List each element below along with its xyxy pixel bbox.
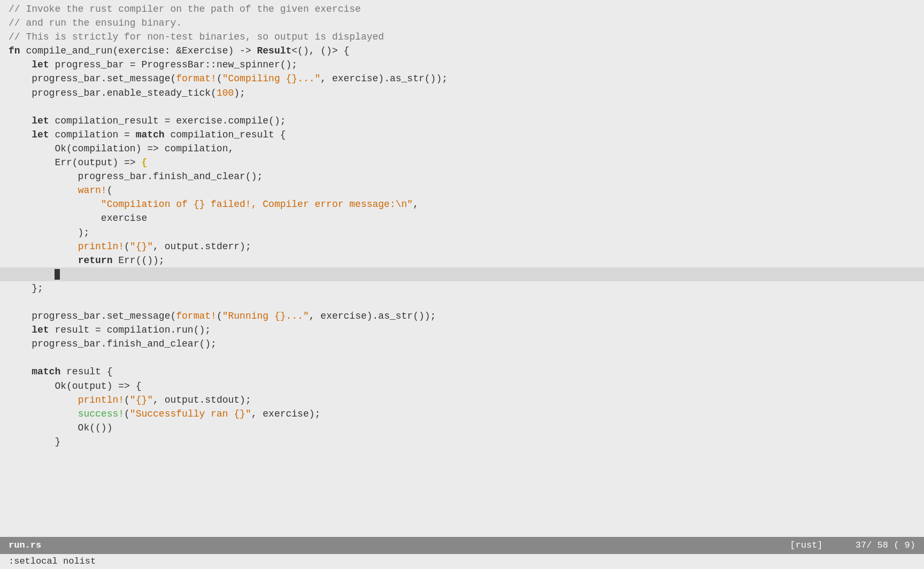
code-line: return Err(()); <box>0 253 924 267</box>
code-line: let result = compilation.run(); <box>0 323 924 337</box>
code-line: // run.rsand run the ensuing binary. <box>0 16 924 30</box>
code-line: progress_bar.enable_steady_tick(100); <box>0 86 924 100</box>
code-line: let compilation_result = exercise.compil… <box>0 114 924 128</box>
code-area[interactable]: // Invoke the rust compiler on the path … <box>0 0 924 537</box>
code-line: progress_bar.set_message(format!("Compil… <box>0 72 924 86</box>
code-line <box>0 295 924 309</box>
code-line: let compilation = match compilation_resu… <box>0 128 924 142</box>
code-line: match result { <box>0 365 924 379</box>
code-line: exercise <box>0 211 924 225</box>
statusbar-filename: run.rs <box>9 539 41 552</box>
code-line: // Invoke the rust compiler on the path … <box>0 2 924 16</box>
code-line <box>0 449 924 463</box>
code-line: let progress_bar = ProgressBar::new_spin… <box>0 58 924 72</box>
code-line: println!("{}", output.stderr); <box>0 240 924 253</box>
code-line: warn!( <box>0 183 924 197</box>
code-line-highlighted <box>0 267 924 281</box>
code-line: progress_bar.finish_and_clear(); <box>0 170 924 183</box>
code-line <box>0 100 924 114</box>
code-line: fn compile_and_run(exercise: &Exercise) … <box>0 44 924 58</box>
code-line: // This is strictly for non-test binarie… <box>0 30 924 44</box>
editor: // Invoke the rust compiler on the path … <box>0 0 924 569</box>
code-line: "Compilation of {} failed!, Compiler err… <box>0 197 924 211</box>
code-line: Ok(compilation) => compilation, <box>0 142 924 156</box>
code-line: Ok(output) => { <box>0 379 924 393</box>
code-line: Err(output) => { <box>0 156 924 170</box>
code-line: progress_bar.set_message(format!("Runnin… <box>0 309 924 323</box>
code-line <box>0 351 924 365</box>
statusbar-position: [rust] 37/ 58 ( 9) <box>790 539 915 552</box>
code-line: Ok(()) <box>0 421 924 435</box>
code-line: success!("Successfully ran {}", exercise… <box>0 407 924 421</box>
code-line: } <box>0 435 924 449</box>
statusbar: run.rs [rust] 37/ 58 ( 9) <box>0 537 924 554</box>
code-line: }; <box>0 281 924 295</box>
code-line: progress_bar.finish_and_clear(); <box>0 337 924 351</box>
commandline: :setlocal nolist <box>0 554 924 569</box>
statusbar-mode: [rust] <box>790 540 822 550</box>
statusbar-line-col: 37/ 58 ( 9) <box>856 540 915 550</box>
code-line: println!("{}", output.stdout); <box>0 393 924 407</box>
commandline-text: :setlocal nolist <box>9 555 96 568</box>
code-line: ); <box>0 226 924 240</box>
